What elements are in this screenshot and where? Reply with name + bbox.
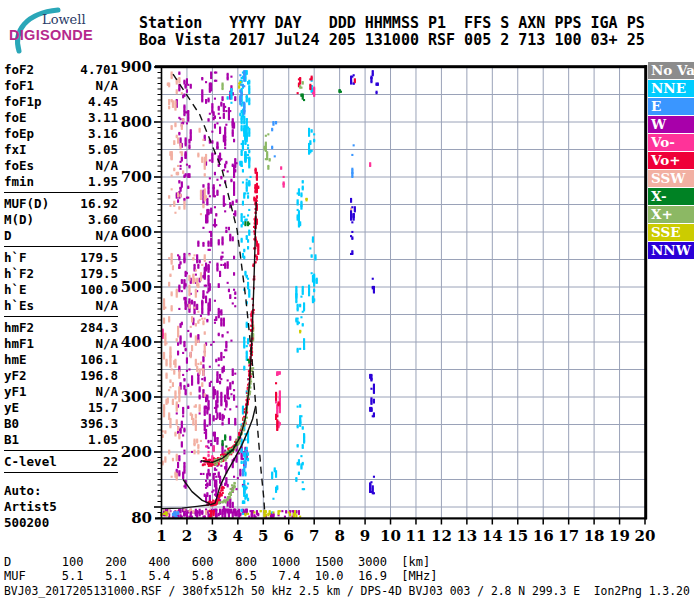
echo-dot [208, 98, 210, 100]
echo-dot [183, 94, 185, 96]
echo-dot [313, 279, 315, 281]
echo-dot [248, 150, 250, 152]
echo-dot [298, 459, 300, 461]
echo-dot [218, 513, 220, 515]
echo-dot [206, 474, 208, 476]
doppler-direction-legend: No ValNNEEWVo-Vo+SSWX-X+SSENNW [648, 62, 694, 260]
echo-dot [231, 484, 233, 486]
echo-dot [191, 300, 193, 302]
echo-dot [239, 89, 241, 91]
echo-dot [183, 509, 185, 511]
echo-dot [244, 472, 246, 474]
echo-dot [242, 469, 244, 471]
echo-dot [230, 393, 232, 395]
echo-dot [186, 370, 188, 372]
echo-dot [214, 494, 216, 496]
echo-dot [233, 272, 235, 274]
echo-dot [202, 464, 204, 466]
echo-dot [218, 496, 220, 498]
echo-dot [176, 419, 178, 421]
echo-dot [353, 144, 355, 146]
echo-dot [316, 278, 318, 280]
echo-dot [369, 374, 371, 376]
echo-dot [313, 139, 315, 141]
echo-dot [190, 392, 192, 394]
echo-dot [190, 84, 192, 86]
echo-dot [232, 118, 234, 120]
echo-dot [220, 494, 222, 496]
echo-dot [199, 404, 201, 406]
echo-dot [232, 381, 234, 383]
echo-dot [209, 484, 211, 486]
echo-dot [197, 264, 199, 266]
echo-dot [253, 197, 255, 199]
echo-dot [227, 388, 229, 390]
echo-dot [227, 484, 229, 486]
echo-dot [180, 168, 182, 170]
echo-dot [195, 269, 197, 271]
echo-dot [208, 183, 210, 185]
echo-dot [244, 461, 246, 463]
echo-dot [302, 180, 304, 182]
echo-dot [218, 364, 220, 366]
echo-dot [350, 210, 352, 212]
echo-dot [224, 509, 226, 511]
echo-dot [209, 231, 211, 233]
echo-dot [210, 465, 212, 467]
echo-dot [183, 341, 185, 343]
echo-dot [243, 480, 245, 482]
echo-dot [264, 514, 266, 516]
echo-dot [210, 440, 212, 442]
echo-dot [202, 320, 204, 322]
echo-dot [222, 367, 224, 369]
echo-dot [183, 105, 185, 107]
echo-dot [298, 83, 300, 85]
echo-dot [299, 304, 301, 306]
echo-dot [350, 198, 352, 200]
echo-dot [220, 309, 222, 311]
echo-dot [205, 445, 207, 447]
echo-dot [232, 164, 234, 166]
echo-dot [354, 206, 356, 208]
echo-dot [241, 116, 243, 118]
echo-dot [181, 322, 183, 324]
echo-dot [298, 188, 300, 190]
echo-dot [183, 385, 185, 387]
echo-dot [221, 501, 223, 503]
echo-dot [222, 422, 224, 424]
echo-dot [242, 140, 244, 142]
echo-dot [213, 445, 215, 447]
echo-dot [227, 455, 229, 457]
echo-dot [241, 461, 243, 463]
echo-dot [218, 472, 220, 474]
echo-dot [190, 333, 192, 335]
echo-dot [241, 217, 243, 219]
echo-dot [204, 285, 206, 287]
echo-dot [244, 271, 246, 273]
echo-dot [195, 359, 197, 361]
echo-dot [180, 194, 182, 196]
echo-dot [202, 139, 204, 141]
echo-dot [300, 192, 302, 194]
echo-dot [295, 286, 297, 288]
echo-dot [370, 397, 372, 399]
echo-dot [204, 377, 206, 379]
echo-dot [174, 390, 176, 392]
echo-dot [299, 348, 301, 350]
echo-dot [215, 514, 217, 516]
echo-dot [238, 83, 240, 85]
echo-dot [190, 326, 192, 328]
echo-dot [297, 304, 299, 306]
echo-dot [185, 151, 187, 153]
x-tick-label: 4 [233, 527, 243, 545]
echo-dot [178, 72, 180, 74]
echo-dot [242, 458, 244, 460]
echo-dot [255, 169, 257, 171]
echo-dot [225, 445, 227, 447]
echo-dot [311, 272, 313, 274]
echo-dot [309, 84, 311, 86]
echo-dot [180, 161, 182, 163]
echo-dot [204, 423, 206, 425]
echo-dot [209, 159, 211, 161]
echo-dot [351, 252, 353, 254]
